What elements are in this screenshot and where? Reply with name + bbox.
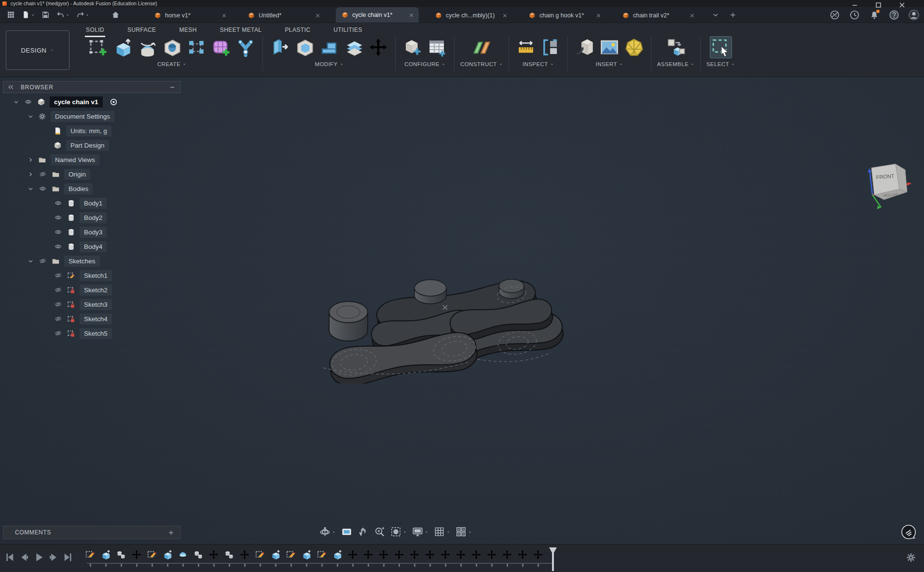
document-tab[interactable]: cycle chain v1* [336,7,419,23]
tree-item-body1[interactable]: Body1 [3,196,180,210]
timeline-feature-sketch-icon[interactable] [317,549,327,560]
create-form-button[interactable] [210,36,232,58]
ribbon-group-label[interactable]: CONFIGURE [404,58,445,71]
ribbon-tab-sheet-metal[interactable]: SHEET METAL [219,25,263,37]
timeline-feature-move-icon[interactable] [533,549,543,560]
section-analysis-button[interactable] [539,36,562,58]
offset-plane-button[interactable] [470,36,493,58]
document-tab[interactable]: horse v1* [149,8,232,23]
add-comment-button[interactable] [168,530,174,536]
document-tab[interactable]: chain g hook v1* [523,8,606,23]
timeline-feature-extrude-icon[interactable] [301,549,312,560]
close-icon[interactable] [221,13,227,18]
pipe-button[interactable] [234,36,257,58]
orbit-button[interactable] [318,525,337,539]
measure-button[interactable] [515,36,537,58]
timeline-settings-gear-icon[interactable] [906,552,916,563]
timeline-feature-move-icon[interactable] [455,549,466,560]
visibility-eye-icon[interactable] [51,228,65,236]
timeline-feature-sketch-icon[interactable] [147,549,157,560]
shell-button[interactable] [293,36,316,58]
ribbon-group-label[interactable]: CONSTRUCT [460,58,503,71]
tree-item-body3[interactable]: Body3 [3,225,180,239]
timeline-feature-move-icon[interactable] [502,549,512,560]
chevron-down-icon[interactable] [25,185,36,192]
tree-item-body2[interactable]: Body2 [3,210,180,225]
timeline-feature-sketch-icon[interactable] [286,549,296,560]
step-back-button[interactable] [18,551,30,563]
tab-overflow-chevron-button[interactable] [712,12,719,18]
ribbon-group-label[interactable]: SELECT [706,58,735,71]
timeline-feature-move-icon[interactable] [517,549,528,560]
ribbon-group-label[interactable]: INSPECT [523,58,554,71]
revolve-button[interactable] [136,36,158,58]
minimize-panel-icon[interactable] [169,84,175,90]
minimize-window-button[interactable] [852,1,857,6]
new-tab-plus-button[interactable] [730,12,736,18]
timeline-feature-move-icon[interactable] [471,549,482,560]
timeline-feature-move-icon[interactable] [409,549,420,560]
close-icon[interactable] [690,13,695,18]
chevron-right-icon[interactable] [25,156,36,163]
workspace-selector[interactable]: DESIGN [6,30,69,70]
look-at-button[interactable] [340,525,353,539]
file-new-button[interactable] [22,11,35,19]
visibility-eye-icon[interactable] [51,199,65,207]
hole-button[interactable] [161,36,183,58]
document-tab[interactable]: Untitled* [242,8,325,23]
timeline-feature-extrude-icon[interactable] [332,549,343,560]
timeline-feature-move-icon[interactable] [347,549,358,560]
close-icon[interactable] [409,13,414,18]
tree-item-named-views[interactable]: Named Views [3,152,180,167]
timeline-feature-extrude-icon[interactable] [162,549,173,560]
job-status-button[interactable] [849,10,860,20]
timeline-feature-move-icon[interactable] [208,549,219,560]
save-button[interactable] [41,11,50,19]
visibility-eye-off-icon[interactable] [51,300,65,308]
tree-item-sketch5[interactable]: Sketch5 [3,326,180,340]
feedback-bubble-button[interactable] [900,524,917,540]
ribbon-tab-solid[interactable]: SOLID [85,25,105,37]
pattern-button[interactable] [185,36,207,58]
timeline-feature-copy-icon[interactable] [193,549,204,560]
tree-item-sketch1[interactable]: Sketch1 [3,268,180,283]
zoom-button[interactable] [373,525,386,539]
press-pull-button[interactable] [269,36,291,58]
ribbon-group-label[interactable]: MODIFY [315,58,343,71]
close-window-button[interactable] [899,1,905,6]
close-icon[interactable] [315,13,320,18]
tree-item-sketch3[interactable]: Sketch3 [3,297,180,312]
split-body-button[interactable] [343,36,365,58]
document-tab[interactable]: cycle ch...mbly)(1) [429,8,512,23]
tree-item-cycle-chain-v1[interactable]: cycle chain v1 [3,95,180,109]
timeline-playhead[interactable] [549,547,557,571]
ribbon-group-label[interactable]: ASSEMBLE [657,58,694,71]
visibility-eye-icon[interactable] [21,98,35,106]
go-to-start-button[interactable] [4,551,16,563]
visibility-eye-off-icon[interactable] [51,272,65,279]
ribbon-tab-surface[interactable]: SURFACE [126,25,157,37]
new-component-button[interactable] [664,36,687,58]
viewport-canvas[interactable]: FRONT BOTTOM BROWSER cycle chain v1Docum… [0,77,924,544]
visibility-eye-icon[interactable] [36,185,49,192]
comments-bar[interactable]: COMMENTS [3,526,180,539]
timeline-feature-revolve-icon[interactable] [178,549,188,560]
combine-button[interactable] [318,36,340,58]
timeline-feature-move-icon[interactable] [378,549,389,560]
visibility-eye-icon[interactable] [51,243,65,250]
select-button[interactable] [710,36,732,58]
visibility-eye-off-icon[interactable] [51,286,65,294]
timeline-feature-copy-icon[interactable] [116,549,126,560]
timeline-feature-move-icon[interactable] [394,549,404,560]
pan-button[interactable] [357,525,370,539]
redo-button[interactable] [76,11,89,19]
viewports-button[interactable] [455,525,473,539]
go-to-end-button[interactable] [62,551,74,563]
visibility-eye-icon[interactable] [51,214,65,221]
timeline-feature-move-icon[interactable] [486,549,497,560]
data-panel-home-button[interactable] [111,11,120,19]
tree-item-document-settings[interactable]: Document Settings [3,109,180,123]
canvas-button[interactable] [598,36,621,58]
insert-derive-button[interactable] [574,36,596,58]
visibility-eye-off-icon[interactable] [51,329,65,337]
